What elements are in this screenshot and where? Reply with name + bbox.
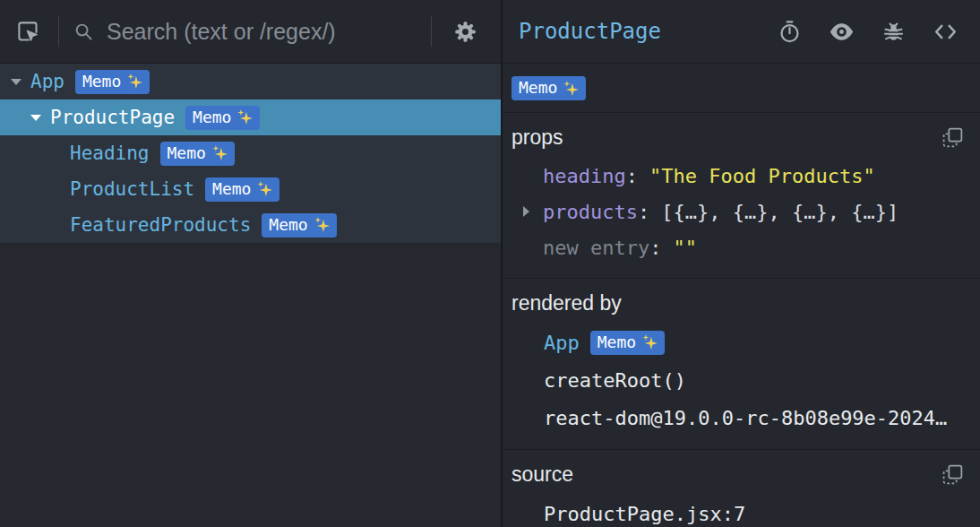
component-name: ProductPage <box>50 107 175 128</box>
copy-props-button[interactable] <box>938 123 967 152</box>
prop-name: heading <box>543 165 626 187</box>
memo-badge: Memo <box>511 76 586 100</box>
component-tree: App Memo ProductPage <box>0 64 501 527</box>
tree-row-productpage[interactable]: ProductPage Memo <box>0 99 501 135</box>
debug-log-button[interactable] <box>878 16 909 48</box>
view-source-button[interactable] <box>929 15 962 48</box>
sparkle-icon <box>314 217 330 232</box>
source-section-title: source <box>511 462 938 487</box>
sparkle-icon <box>237 109 253 125</box>
toolbar-divider <box>431 16 432 47</box>
prop-row-heading: heading: "The Food Products" <box>511 158 967 194</box>
tree-row-productlist[interactable]: ProductList Memo <box>0 171 501 207</box>
renderer-version-row: react-dom@19.0.0-rc-8b08e99e-2024… <box>511 399 967 436</box>
gear-icon <box>453 20 477 44</box>
component-name: Heading <box>70 143 150 164</box>
source-location[interactable]: ProductPage.jsx:7 <box>511 495 967 527</box>
search-icon <box>73 22 94 42</box>
component-name: FeaturedProducts <box>70 214 251 236</box>
settings-button[interactable] <box>450 16 481 48</box>
tree-row-heading[interactable]: Heading Memo <box>0 135 501 171</box>
owner-row-app[interactable]: App Memo <box>511 324 967 361</box>
memo-badge: Memo <box>205 177 279 202</box>
prop-row-new-entry[interactable]: new entry: "" <box>511 229 967 265</box>
copy-source-button[interactable] <box>938 460 967 489</box>
memo-badge: Memo <box>75 70 150 94</box>
owner-component-name[interactable]: App <box>544 332 580 354</box>
prop-row-products[interactable]: products: [{…}, {…}, {…}, {…}] <box>511 194 967 229</box>
sparkle-icon <box>212 145 228 160</box>
create-root-row: createRoot() <box>511 361 967 399</box>
expand-caret-icon[interactable] <box>11 79 30 85</box>
component-details-panel: ProductPage <box>503 0 980 527</box>
expand-caret-icon[interactable] <box>30 115 50 121</box>
tree-toolbar <box>0 0 501 64</box>
new-entry-label: new entry <box>543 237 649 259</box>
prop-value: [{…}, {…}, {…}, {…}] <box>661 201 898 223</box>
components-tree-panel: App Memo ProductPage <box>0 0 503 527</box>
sparkle-icon <box>257 181 272 196</box>
memo-badge: Memo <box>262 213 336 238</box>
props-section: props heading: "The Food Products" <box>503 113 980 279</box>
copy-icon <box>941 463 964 486</box>
sparkle-icon <box>642 334 658 350</box>
react-devtools-components-panel: App Memo ProductPage <box>0 0 980 527</box>
search-area <box>73 19 417 45</box>
profiler-timing-button[interactable] <box>774 16 805 48</box>
source-section: source ProductPage.jsx:7 <box>503 450 980 527</box>
component-name: ProductList <box>70 178 194 200</box>
bug-icon <box>881 20 906 44</box>
rendered-by-title: rendered by <box>511 291 967 315</box>
details-header: ProductPage <box>503 0 980 64</box>
memo-badge: Memo <box>185 106 260 130</box>
expand-caret-icon[interactable] <box>523 206 543 217</box>
selected-component-badges: Memo <box>503 64 980 113</box>
eye-icon <box>829 19 855 45</box>
sparkle-icon <box>127 73 142 89</box>
inspect-element-button[interactable] <box>13 16 44 48</box>
code-brackets-icon <box>933 19 959 45</box>
component-name: App <box>30 71 64 92</box>
memo-badge: Memo <box>590 331 665 355</box>
component-tree-rows: App Memo ProductPage <box>0 64 501 243</box>
copy-icon <box>941 126 964 149</box>
stopwatch-icon <box>778 20 802 44</box>
prop-name: products <box>543 201 638 223</box>
inspect-dom-button[interactable] <box>825 15 858 48</box>
inspect-element-icon <box>16 20 40 44</box>
toolbar-divider <box>58 16 59 47</box>
tree-row-featuredproducts[interactable]: FeaturedProducts Memo <box>0 207 501 243</box>
new-entry-value[interactable]: "" <box>673 237 697 259</box>
memo-badge: Memo <box>160 142 235 166</box>
prop-value[interactable]: "The Food Products" <box>649 165 875 187</box>
selected-component-title: ProductPage <box>519 19 754 44</box>
tree-row-app[interactable]: App Memo <box>0 64 501 99</box>
props-section-title: props <box>511 125 938 150</box>
rendered-by-section: rendered by App Memo createRoot() react-… <box>503 279 980 450</box>
search-input[interactable] <box>107 19 417 45</box>
sparkle-icon <box>563 81 579 96</box>
